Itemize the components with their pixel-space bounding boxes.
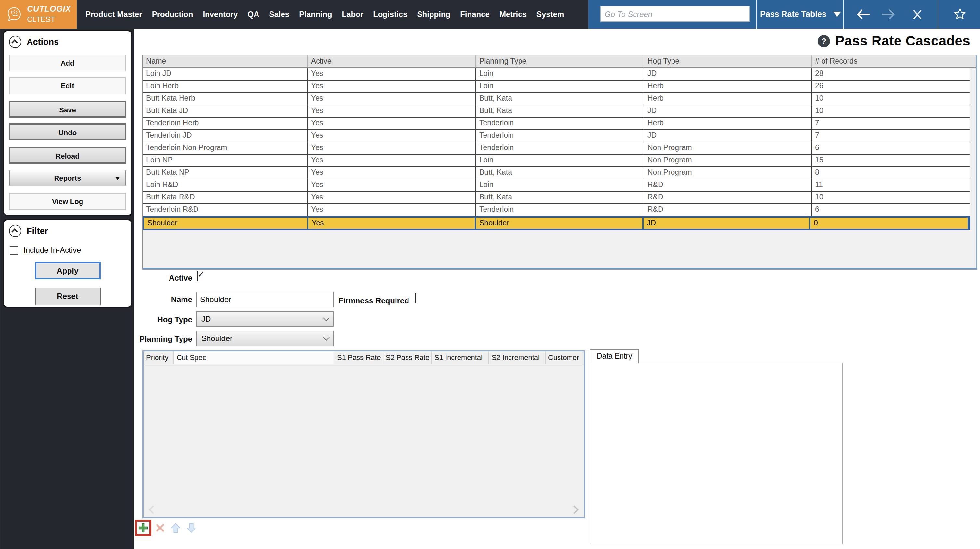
delete-row-button[interactable] — [153, 521, 167, 535]
close-screen-button[interactable] — [905, 0, 929, 29]
table-row[interactable]: Butt Kata NP Yes Butt, Kata Non Program … — [143, 167, 970, 179]
cell-name[interactable]: Tenderloin Herb — [143, 118, 308, 129]
cell-name[interactable]: Butt Kata JD — [143, 105, 308, 117]
cell-planning-type[interactable]: Shoulder — [476, 218, 644, 229]
cell-records[interactable]: 28 — [812, 68, 970, 80]
save-button[interactable]: Save — [9, 101, 126, 117]
move-up-button[interactable] — [169, 521, 183, 535]
cell-active[interactable]: Yes — [308, 204, 476, 216]
cell-hog-type[interactable]: Herb — [644, 118, 812, 129]
reset-button[interactable]: Reset — [35, 288, 100, 305]
table-row-selected[interactable]: Shoulder Yes Shoulder JD 0 — [143, 216, 970, 230]
cell-name[interactable]: Loin NP — [143, 155, 308, 166]
column-header-planning-type[interactable]: Planning Type — [476, 55, 644, 67]
cell-records[interactable]: 15 — [812, 155, 970, 166]
menu-system[interactable]: System — [531, 10, 569, 19]
menu-qa[interactable]: QA — [243, 10, 264, 19]
active-checkbox[interactable] — [197, 271, 198, 281]
cell-planning-type[interactable]: Butt, Kata — [476, 167, 644, 179]
cell-name[interactable]: Loin R&D — [143, 179, 308, 191]
add-button[interactable]: Add — [9, 54, 126, 71]
column-header-hog-type[interactable]: Hog Type — [644, 55, 812, 67]
cell-hog-type[interactable]: JD — [644, 130, 812, 142]
include-inactive-checkbox[interactable] — [10, 246, 18, 254]
cell-records[interactable]: 8 — [812, 167, 970, 179]
table-row[interactable]: Butt Kata R&D Yes Butt, Kata R&D 10 — [143, 192, 970, 204]
cell-hog-type[interactable]: JD — [644, 68, 812, 80]
column-header-s2-pass-rate[interactable]: S2 Pass Rate — [383, 351, 432, 364]
cell-hog-type[interactable]: Non Program — [644, 167, 812, 179]
cell-records[interactable]: 6 — [812, 204, 970, 216]
cell-name[interactable]: Loin JD — [143, 68, 308, 80]
collapse-chevron-up-icon[interactable] — [9, 225, 21, 237]
column-header-priority[interactable]: Priority — [143, 351, 174, 364]
cell-active[interactable]: Yes — [308, 179, 476, 191]
table-row[interactable]: Loin JD Yes Loin JD 28 — [143, 68, 970, 81]
menu-logistics[interactable]: Logistics — [368, 10, 412, 19]
planning-type-dropdown[interactable]: Shoulder — [196, 331, 334, 346]
cell-records[interactable]: 0 — [810, 218, 969, 229]
cell-hog-type[interactable]: JD — [644, 218, 810, 229]
data-entry-tab[interactable]: Data Entry — [590, 349, 640, 363]
table-row[interactable]: Loin R&D Yes Loin R&D 11 — [143, 179, 970, 192]
cell-records[interactable]: 10 — [812, 93, 970, 105]
cell-records[interactable]: 10 — [812, 105, 970, 117]
cell-name[interactable]: Butt Kata R&D — [143, 192, 308, 203]
hog-type-dropdown[interactable]: JD — [196, 311, 334, 327]
table-row[interactable]: Loin Herb Yes Loin Herb 26 — [143, 81, 970, 93]
screen-selector-dropdown[interactable]: Pass Rate Tables — [760, 0, 842, 29]
cell-records[interactable]: 7 — [812, 118, 970, 129]
cell-planning-type[interactable]: Loin — [476, 68, 644, 80]
cell-records[interactable]: 11 — [812, 179, 970, 191]
help-icon[interactable]: ? — [818, 35, 830, 47]
cell-active[interactable]: Yes — [308, 155, 476, 166]
cell-name[interactable]: Butt Kata Herb — [143, 93, 308, 105]
back-button[interactable] — [851, 0, 874, 29]
cell-planning-type[interactable]: Butt, Kata — [476, 93, 644, 105]
firmness-required-checkbox[interactable] — [415, 293, 416, 303]
cell-hog-type[interactable]: R&D — [644, 192, 812, 203]
table-row[interactable]: Tenderloin R&D Yes Tenderloin R&D 6 — [143, 204, 970, 216]
menu-metrics[interactable]: Metrics — [495, 10, 531, 19]
column-header-cut-spec[interactable]: Cut Spec — [174, 351, 334, 364]
column-header-s1-incremental[interactable]: S1 Incremental — [432, 351, 489, 364]
undo-button[interactable]: Undo — [9, 123, 126, 140]
cell-planning-type[interactable]: Tenderloin — [476, 130, 644, 142]
cell-records[interactable]: 10 — [812, 192, 970, 203]
view-log-button[interactable]: View Log — [9, 193, 126, 209]
cell-active[interactable]: Yes — [308, 105, 476, 117]
cell-hog-type[interactable]: Non Program — [644, 142, 812, 154]
go-to-screen-input[interactable] — [600, 6, 750, 22]
cell-planning-type[interactable]: Tenderloin — [476, 204, 644, 216]
cell-records[interactable]: 6 — [812, 142, 970, 154]
cell-name[interactable]: Loin Herb — [143, 81, 308, 92]
column-header-records[interactable]: # of Records — [812, 55, 976, 67]
apply-button[interactable]: Apply — [35, 262, 100, 279]
cell-name[interactable]: Butt Kata NP — [143, 167, 308, 179]
cell-hog-type[interactable]: JD — [644, 105, 812, 117]
table-row[interactable]: Tenderloin Herb Yes Tenderloin Herb 7 — [143, 118, 970, 130]
cell-planning-type[interactable]: Loin — [476, 81, 644, 92]
reports-dropdown-button[interactable]: Reports — [9, 169, 126, 187]
cell-hog-type[interactable]: R&D — [644, 204, 812, 216]
cell-planning-type[interactable]: Loin — [476, 179, 644, 191]
edit-button[interactable]: Edit — [9, 77, 126, 94]
cell-active[interactable]: Yes — [308, 142, 476, 154]
cell-planning-type[interactable]: Tenderloin — [476, 118, 644, 129]
table-row[interactable]: Tenderloin Non Program Yes Tenderloin No… — [143, 142, 970, 155]
menu-finance[interactable]: Finance — [455, 10, 495, 19]
table-row[interactable]: Butt Kata Herb Yes Butt, Kata Herb 10 — [143, 93, 970, 105]
cell-active[interactable]: Yes — [308, 118, 476, 129]
table-row[interactable]: Tenderloin JD Yes Tenderloin JD 7 — [143, 130, 970, 142]
cell-hog-type[interactable]: Herb — [644, 81, 812, 92]
cell-active[interactable]: Yes — [308, 68, 476, 80]
cell-name[interactable]: Tenderloin R&D — [143, 204, 308, 216]
cell-planning-type[interactable]: Loin — [476, 155, 644, 166]
menu-product-master[interactable]: Product Master — [81, 10, 147, 19]
cell-hog-type[interactable]: Non Program — [644, 155, 812, 166]
cell-name[interactable]: Shoulder — [144, 218, 309, 229]
collapse-chevron-up-icon[interactable] — [9, 36, 21, 48]
move-down-button[interactable] — [185, 521, 198, 535]
cell-planning-type[interactable]: Tenderloin — [476, 142, 644, 154]
column-header-active[interactable]: Active — [308, 55, 476, 67]
